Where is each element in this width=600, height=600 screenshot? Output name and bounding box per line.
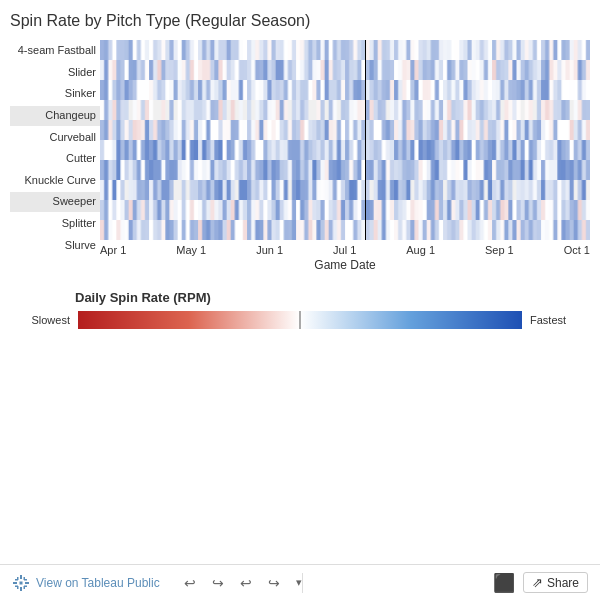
legend-gradient xyxy=(78,311,522,329)
x-axis-label: Jun 1 xyxy=(256,244,283,256)
undo2-button[interactable]: ↩ xyxy=(236,573,256,593)
y-axis-labels: 4-seam FastballSliderSinkerChangeupCurve… xyxy=(10,40,100,256)
heatmap-row xyxy=(100,160,590,180)
y-label: Sweeper xyxy=(10,192,100,212)
svg-rect-11 xyxy=(24,585,27,587)
chart-title: Spin Rate by Pitch Type (Regular Season) xyxy=(10,12,590,30)
x-axis-label: Apr 1 xyxy=(100,244,126,256)
heatmap-row xyxy=(100,40,590,60)
heatmap-canvas xyxy=(100,60,590,80)
legend-title: Daily Spin Rate (RPM) xyxy=(75,290,580,305)
svg-rect-10 xyxy=(24,579,27,581)
legend-fast-label: Fastest xyxy=(530,314,580,326)
y-label: Slurve xyxy=(10,235,100,255)
heatmap-row xyxy=(100,140,590,160)
footer: View on Tableau Public ↩ ↪ ↩ ↪ ▾ ⬛ ⇗ Sha… xyxy=(0,564,600,600)
heatmap-canvas xyxy=(100,140,590,160)
svg-rect-8 xyxy=(15,579,18,581)
undo-button[interactable]: ↩ xyxy=(180,573,200,593)
svg-rect-2 xyxy=(13,582,17,584)
redo-button[interactable]: ↪ xyxy=(208,573,228,593)
redo2-button[interactable]: ↪ xyxy=(264,573,284,593)
x-axis-label: May 1 xyxy=(176,244,206,256)
y-label: Knuckle Curve xyxy=(10,170,100,190)
y-label: Splitter xyxy=(10,214,100,234)
y-label: Slider xyxy=(10,62,100,82)
heatmap-canvas xyxy=(100,160,590,180)
y-label: Cutter xyxy=(10,149,100,169)
x-axis-label: Aug 1 xyxy=(406,244,435,256)
heatmap-canvas xyxy=(100,120,590,140)
svg-rect-12 xyxy=(20,581,23,584)
heatmap-row xyxy=(100,80,590,100)
svg-rect-3 xyxy=(25,582,29,584)
heatmap-row xyxy=(100,180,590,200)
heatmap-canvas xyxy=(100,220,590,240)
download-button[interactable]: ⬛ xyxy=(493,572,515,594)
heatmap-row xyxy=(100,120,590,140)
heatmap-row xyxy=(100,60,590,80)
share-button[interactable]: ⇗ Share xyxy=(523,572,588,593)
legend-slow-label: Slowest xyxy=(20,314,70,326)
y-label: Curveball xyxy=(10,127,100,147)
heatmap-canvas xyxy=(100,180,590,200)
heatmap-canvas xyxy=(100,200,590,220)
x-axis-title: Game Date xyxy=(100,258,590,272)
heatmap-row xyxy=(100,100,590,120)
heatmap-row xyxy=(100,220,590,240)
tableau-label[interactable]: View on Tableau Public xyxy=(36,576,160,590)
x-axis-label: Sep 1 xyxy=(485,244,514,256)
heatmap-canvas xyxy=(100,100,590,120)
heatmap-canvas xyxy=(100,40,590,60)
x-axis-label: Oct 1 xyxy=(564,244,590,256)
y-label: 4-seam Fastball xyxy=(10,41,100,61)
tableau-icon xyxy=(12,574,30,592)
y-label: Sinker xyxy=(10,84,100,104)
svg-rect-1 xyxy=(20,587,22,591)
svg-rect-9 xyxy=(15,585,18,587)
heatmap-row xyxy=(100,200,590,220)
y-label: Changeup xyxy=(10,106,100,126)
x-axis-label: Jul 1 xyxy=(333,244,356,256)
heatmap-canvas xyxy=(100,80,590,100)
svg-rect-0 xyxy=(20,575,22,579)
legend-section: Daily Spin Rate (RPM) Slowest Fastest xyxy=(10,290,590,329)
